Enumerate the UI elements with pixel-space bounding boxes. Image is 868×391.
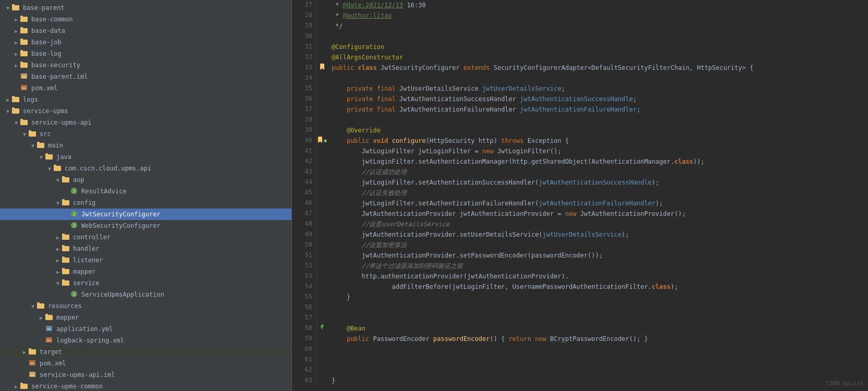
line-content: jwtAuthenticationProvider.setPasswordEnc…: [327, 250, 868, 261]
line-number: 39: [292, 125, 317, 136]
tree-arrow: ▶: [13, 384, 20, 389]
tree-item-logback-xml[interactable]: XMLlogback-spring.xml: [0, 335, 291, 346]
line-number: 37: [292, 104, 317, 115]
line-content: JwtAuthenticationProvider jwtAuthenticat…: [327, 209, 868, 219]
line-content: [327, 31, 868, 42]
tree-item-base-parent[interactable]: ▼base-parent: [0, 2, 291, 14]
folder-icon: [62, 267, 70, 276]
tree-item-listener[interactable]: ▶listener: [0, 254, 291, 266]
line-number: 59: [292, 334, 317, 344]
tree-arrow: ▼: [46, 166, 53, 172]
tree-label: WebSecurityConfigurer: [81, 222, 161, 229]
code-line: 42 jwtLoginFilter.setAuthenticationManag…: [292, 156, 868, 167]
tree-item-JwtSecurityConfigurer[interactable]: JJwtSecurityConfigurer: [0, 209, 291, 220]
line-gutter: [317, 219, 327, 229]
code-line: 60: [292, 344, 868, 355]
tree-arrow: ▶: [4, 97, 11, 103]
svg-text:XML: XML: [30, 362, 34, 365]
line-number: 58: [292, 323, 317, 334]
line-gutter: [317, 94, 327, 104]
svg-rect-5: [20, 16, 23, 17]
tree-item-src[interactable]: ▼src: [0, 128, 291, 140]
tree-label: mapper: [56, 314, 79, 321]
tree-item-pom-xml-2[interactable]: XMLpom.xml: [0, 358, 291, 369]
tree-item-com-cscn[interactable]: ▼com.cscn.cloud.upms.api: [0, 163, 291, 174]
tree-item-application-yml[interactable]: YMLapplication.yml: [0, 323, 291, 335]
line-content: public void configure(HttpSecurity http)…: [327, 136, 868, 146]
tree-item-target[interactable]: ▶target: [0, 346, 291, 358]
tree-arrow: ▶: [54, 269, 62, 275]
code-line: 50 //设置加密算法: [292, 240, 868, 250]
folder-icon: [20, 27, 28, 35]
folder-icon: [62, 256, 70, 264]
tree-item-resources[interactable]: ▼resources: [0, 300, 291, 312]
svg-rect-30: [20, 119, 23, 120]
tree-item-base-log[interactable]: ▶base-log: [0, 48, 291, 59]
tree-item-service[interactable]: ▼service: [0, 277, 291, 289]
line-gutter: [317, 344, 327, 355]
line-number: 50: [292, 240, 317, 250]
tree-item-base-parent-iml[interactable]: IMLbase-parent.iml: [0, 71, 291, 82]
tree-label: base-common: [31, 16, 72, 23]
tree-arrow: ▶: [13, 51, 20, 57]
tree-arrow: ▶: [13, 17, 20, 22]
java-icon: J: [70, 290, 78, 299]
line-gutter: [317, 250, 327, 261]
tree-item-aop[interactable]: ▼aop: [0, 174, 291, 186]
tree-item-base-job[interactable]: ▶base-job: [0, 36, 291, 48]
tree-label: logs: [23, 96, 38, 103]
svg-rect-27: [12, 107, 15, 109]
tree-item-service-upms-api-iml[interactable]: IMLservice-upms-api.iml: [0, 369, 291, 381]
tree-item-mapper[interactable]: ▶mapper: [0, 266, 291, 277]
tree-label: base-security: [31, 62, 80, 69]
line-content: public class JwtSecurityConfigurer exten…: [327, 63, 868, 73]
tree-arrow: ▼: [54, 177, 62, 183]
folder-icon: [20, 382, 28, 390]
tree-item-pom-xml-1[interactable]: XMLpom.xml: [0, 82, 291, 94]
iml-icon: IML: [28, 371, 36, 379]
line-number: 42: [292, 156, 317, 167]
tree-label: base-parent.iml: [31, 73, 88, 80]
tree-item-service-upms-api[interactable]: ▼service-upms-api: [0, 117, 291, 128]
tree-item-service-upms[interactable]: ▼service-upms: [0, 105, 291, 117]
folder-icon: [53, 164, 62, 173]
code-line: 43 //认证成功处理: [292, 167, 868, 177]
tree-label: base-parent: [23, 4, 64, 11]
tree-item-logs[interactable]: ▶logs: [0, 94, 291, 105]
tree-item-ResultAdvice[interactable]: JResultAdvice: [0, 186, 291, 197]
tree-item-mapper-res[interactable]: ▶mapper: [0, 312, 291, 323]
line-number: 53: [292, 271, 317, 282]
line-gutter: [317, 115, 327, 125]
tree-item-handler[interactable]: ▶handler: [0, 243, 291, 254]
line-number: 30: [292, 31, 317, 42]
tree-arrow: ▼: [54, 200, 62, 206]
tree-item-controller[interactable]: ▶controller: [0, 231, 291, 243]
line-content: @Override: [327, 125, 868, 136]
tree-item-main[interactable]: ▼main: [0, 140, 291, 151]
tree-item-WebSecurityConfigurer[interactable]: JWebSecurityConfigurer: [0, 220, 291, 231]
line-content: [327, 115, 868, 125]
tree-arrow: ▼: [4, 108, 11, 114]
folder-icon: [11, 95, 20, 104]
file-tree[interactable]: ▼base-parent▶base-common▶base-data▶base-…: [0, 0, 292, 391]
tree-arrow: ▶: [13, 40, 20, 45]
tree-item-base-security[interactable]: ▶base-security: [0, 59, 291, 71]
line-gutter: [317, 323, 327, 334]
code-line: 39 @Override: [292, 125, 868, 136]
tree-label: config: [73, 199, 95, 206]
tree-item-base-data[interactable]: ▶base-data: [0, 25, 291, 36]
tree-item-base-common[interactable]: ▶base-common: [0, 14, 291, 25]
line-number: 63: [292, 375, 317, 386]
line-gutter: [317, 73, 327, 83]
svg-text:J: J: [73, 292, 75, 297]
tree-label: handler: [73, 245, 100, 252]
folder-icon: [36, 302, 45, 310]
folder-icon: [36, 141, 45, 150]
tree-item-ServiceUpmsApplication[interactable]: JServiceUpmsApplication: [0, 289, 291, 300]
tree-item-java[interactable]: ▼java: [0, 151, 291, 163]
line-content: //将这个过滤器添加到密码验证之前: [327, 261, 868, 271]
tree-item-service-upms-common[interactable]: ▶service-upms-common: [0, 381, 291, 391]
line-gutter: [317, 42, 327, 52]
tree-item-config[interactable]: ▼config: [0, 197, 291, 209]
code-line: 48 //设置userDetailsService: [292, 219, 868, 229]
